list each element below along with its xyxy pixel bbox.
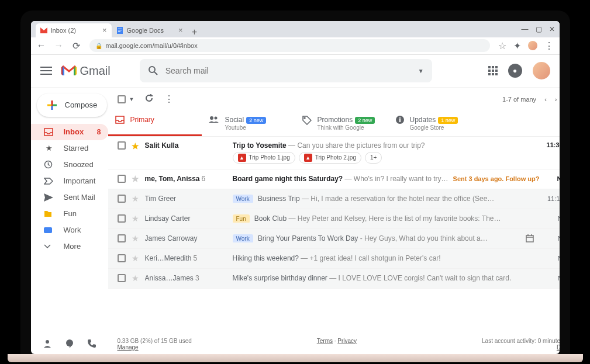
email-row[interactable]: ★Tim GreerWorkBusiness Trip — Hi, I made… (108, 189, 560, 209)
star-icon[interactable]: ★ (132, 141, 139, 151)
work-icon (44, 227, 54, 233)
new-tab-button[interactable]: + (188, 27, 202, 37)
star-icon[interactable]: ★ (132, 194, 139, 203)
window-close-icon[interactable]: ✕ (549, 25, 555, 33)
fun-icon (44, 210, 54, 217)
search-options-icon[interactable]: ▼ (418, 68, 424, 74)
star-icon[interactable]: ★ (132, 254, 139, 263)
mail-toolbar: ▼ ⋮ 1-7 of many ‹ › (108, 88, 560, 111)
main-footer: 0.33 GB (2%) of 15 GB used Manage Terms … (108, 334, 560, 354)
email-row[interactable]: ★Lindsay CarterFunBook Club — Hey Peter … (108, 209, 560, 229)
refresh-icon[interactable] (144, 93, 154, 105)
sidebar-item-starred[interactable]: ★Starred (31, 140, 108, 157)
manage-link[interactable]: Manage (118, 344, 139, 351)
email-row[interactable]: ★Anissa…James3Mike's surprise birthday d… (108, 269, 560, 289)
star-icon[interactable]: ★ (132, 234, 139, 243)
event-icon[interactable] (525, 234, 534, 243)
search-icon[interactable] (148, 65, 158, 76)
account-avatar[interactable] (533, 62, 550, 79)
nav-label: Fun (64, 209, 77, 218)
email-checkbox[interactable] (118, 254, 126, 262)
attachment-chip[interactable]: ▲Trip Photo 2.jpg (299, 152, 361, 164)
email-subject: Book Club (254, 214, 287, 223)
attachment-chip[interactable]: ▲Trip Photo 1.jpg (233, 152, 295, 164)
attachment-more[interactable]: 1+ (365, 152, 382, 164)
details-link[interactable]: Details (557, 344, 560, 351)
next-page-icon[interactable]: › (555, 96, 557, 103)
window-minimize-icon[interactable]: — (522, 25, 529, 33)
tab-label: Social (225, 116, 244, 124)
sidebar-item-sent-mail[interactable]: Sent Mail (31, 189, 108, 206)
email-checkbox[interactable] (118, 195, 126, 203)
main-menu-icon[interactable] (40, 67, 52, 75)
search-input[interactable] (165, 66, 418, 75)
phone-icon[interactable] (87, 339, 96, 348)
window-maximize-icon[interactable]: ▢ (536, 25, 542, 33)
email-checkbox[interactable] (118, 175, 126, 183)
reload-icon[interactable]: ⟳ (72, 40, 81, 51)
email-preview: — +1 great idea! I call shotgun in Peter… (299, 254, 441, 262)
email-checkbox[interactable] (118, 214, 126, 223)
sidebar-item-snoozed[interactable]: Snoozed (31, 157, 108, 173)
browser-menu-icon[interactable]: ⋮ (544, 40, 554, 51)
main-pane: ▼ ⋮ 1-7 of many ‹ › PrimarySocial2 newYo… (108, 88, 560, 354)
tab-primary[interactable]: Primary (108, 111, 202, 136)
star-icon[interactable]: ★ (132, 174, 139, 183)
email-preview: — Hi, I made a reservation for the hotel… (300, 195, 495, 203)
compose-button[interactable]: Compose (37, 93, 107, 117)
browser-tab-docs[interactable]: Google Docs × (112, 23, 188, 37)
nav-label: More (64, 242, 81, 251)
activity-text: Last account activity: 0 minutes ago (482, 338, 559, 344)
svg-point-4 (149, 67, 155, 72)
contacts-icon[interactable] (43, 339, 52, 348)
email-checkbox[interactable] (118, 274, 126, 282)
address-bar[interactable]: 🔒 mail.google.com/mail/u/0/#inbox (89, 39, 490, 52)
sidebar-item-important[interactable]: Important (31, 173, 108, 189)
compose-label: Compose (65, 100, 98, 109)
svg-rect-11 (44, 227, 52, 233)
tab-title: Google Docs (127, 27, 164, 34)
gmail-favicon (40, 27, 47, 34)
close-icon[interactable]: × (102, 26, 107, 34)
sidebar-item-fun[interactable]: Fun (31, 206, 108, 222)
forward-icon[interactable]: → (54, 40, 64, 51)
sidebar-item-more[interactable]: More (31, 238, 108, 255)
svg-line-5 (154, 72, 157, 75)
hangouts-icon[interactable] (65, 339, 74, 348)
sidebar-item-work[interactable]: Work (31, 222, 108, 238)
email-row[interactable]: ★James CarrowayWorkBring Your Parents To… (108, 229, 560, 249)
google-apps-icon[interactable] (488, 66, 498, 75)
email-checkbox[interactable] (118, 234, 126, 242)
extensions-icon[interactable]: ✦ (513, 40, 521, 51)
profile-avatar-small[interactable] (528, 41, 537, 50)
star-icon[interactable]: ★ (132, 273, 139, 283)
privacy-link[interactable]: Privacy (337, 338, 357, 344)
browser-tab-inbox[interactable]: Inbox (2) × (36, 23, 112, 37)
email-subject: Board game night this Saturday? (233, 175, 343, 183)
search-box[interactable]: ▼ (140, 59, 432, 82)
email-row[interactable]: ★Keri…Meredith5Hiking this weekend? — +1… (108, 249, 560, 269)
category-label: Work (233, 234, 253, 242)
bookmark-icon[interactable]: ☆ (498, 40, 506, 51)
email-row[interactable]: ★me, Tom, Anissa6Board game night this S… (108, 169, 560, 189)
terms-link[interactable]: Terms (317, 338, 333, 344)
select-all-checkbox[interactable] (118, 95, 126, 103)
email-sender: me, Tom, Anissa6 (145, 175, 233, 183)
select-dropdown-icon[interactable]: ▼ (129, 96, 134, 102)
prev-page-icon[interactable]: ‹ (544, 96, 547, 103)
back-icon[interactable]: ← (37, 40, 46, 51)
star-icon[interactable]: ★ (132, 214, 139, 223)
tab-social[interactable]: Social2 newYoutube (202, 111, 295, 136)
pagination-text: 1-7 of many (502, 96, 536, 103)
tab-promotions[interactable]: Promotions2 newThink with Google (295, 111, 389, 136)
category-label: Work (233, 195, 253, 203)
tab-updates[interactable]: Updates1 newGoogle Store (389, 111, 482, 136)
email-checkbox[interactable] (118, 141, 126, 150)
notifications-icon[interactable]: ● (508, 64, 522, 78)
sidebar-item-inbox[interactable]: Inbox8 (31, 124, 108, 140)
close-icon[interactable]: × (178, 26, 183, 34)
tab-icon (115, 116, 125, 124)
gmail-logo[interactable]: Gmail (61, 64, 111, 78)
more-actions-icon[interactable]: ⋮ (164, 93, 174, 105)
email-row[interactable]: ★Salit KullaTrip to Yosemite — Can you s… (108, 137, 560, 169)
